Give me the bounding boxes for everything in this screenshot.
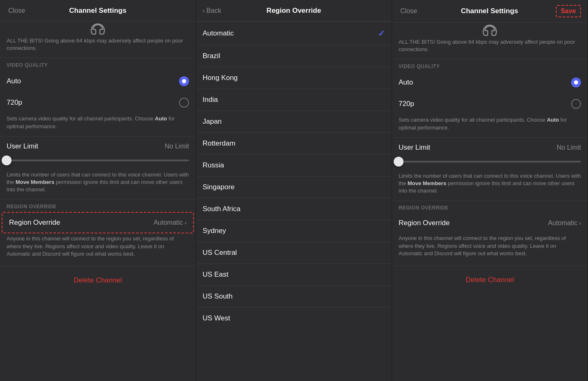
panel3-title: Channel Settings (423, 7, 556, 15)
panel1-user-limit-value: No Limit (165, 143, 189, 150)
panel1-user-limit-row: User Limit No Limit (0, 136, 196, 153)
panel3-user-limit-row: User Limit No Limit (392, 138, 588, 154)
panel1-region-label: Region Override (9, 219, 60, 227)
panel3-auto-option[interactable]: Auto (392, 72, 588, 93)
panel3-region-value: Automatic (548, 219, 577, 227)
region-list-item[interactable]: Sydney (196, 220, 392, 242)
panel1-delete-button[interactable]: Delete Channel (0, 270, 196, 291)
region-item-name: Hong Kong (203, 74, 238, 82)
panel3-user-limit-value: No Limit (557, 144, 581, 151)
panel3-header-left: Close (399, 7, 423, 16)
panel1-720p-option[interactable]: 720p (0, 92, 196, 113)
panel1-slider-thumb[interactable] (2, 155, 12, 165)
back-chevron-icon: ‹ (203, 7, 205, 14)
back-label: Back (206, 7, 221, 14)
region-list-item[interactable]: Brazil (196, 45, 392, 67)
region-list-item[interactable]: US West (196, 308, 392, 329)
region-item-name: Russia (203, 161, 224, 169)
panel2-content: Automatic✓BrazilHong KongIndiaJapanRotte… (196, 21, 392, 381)
region-item-name: Automatic (203, 29, 234, 38)
panel1-title: Channel Settings (31, 7, 164, 15)
region-list-item[interactable]: US Central (196, 242, 392, 264)
region-item-name: US South (203, 292, 233, 301)
panel1-auto-option[interactable]: Auto (0, 71, 196, 92)
panel2-title: Region Override (227, 7, 360, 15)
close-button-1[interactable]: Close (7, 6, 27, 15)
panel3-bits-desc: ALL THE BITS! Going above 64 kbps may ad… (392, 36, 588, 59)
panel3-header-right: Save (556, 5, 581, 17)
panel1-bits-desc: ALL THE BITS! Going above 64 kbps may ad… (0, 35, 196, 58)
region-list-item[interactable]: US East (196, 264, 392, 286)
panel1-region-desc: Anyone in this channel will connect to t… (0, 233, 196, 266)
region-list-item[interactable]: Hong Kong (196, 67, 392, 89)
panel1-content: ALL THE BITS! Going above 64 kbps may ad… (0, 21, 196, 381)
region-item-name: India (203, 96, 218, 104)
panel1-icon-area (0, 21, 196, 35)
panel3-region-section: REGION OVERRIDE (392, 201, 588, 213)
panel3-icon-area (392, 23, 588, 36)
close-button-3[interactable]: Close (399, 7, 419, 16)
panel1-quality-desc: Sets camera video quality for all channe… (0, 113, 196, 136)
panel3-region-desc: Anyone in this channel will connect to t… (392, 233, 588, 266)
panel3-720p-option[interactable]: 720p (392, 93, 588, 115)
panel1-user-limit-label: User Limit (7, 142, 38, 151)
region-item-name: Singapore (203, 183, 235, 191)
region-list: Automatic✓BrazilHong KongIndiaJapanRotte… (196, 22, 392, 329)
region-item-name: US West (203, 314, 230, 322)
panel1-header: Close Channel Settings (0, 0, 196, 21)
panel3-auto-label: Auto (399, 78, 413, 87)
region-list-item[interactable]: Japan (196, 111, 392, 133)
panel-region-override: ‹ Back Region Override Automatic✓BrazilH… (196, 0, 392, 381)
panel1-720p-label: 720p (7, 99, 22, 107)
panel3-quality-desc: Sets camera video quality for all channe… (392, 115, 588, 137)
region-list-item[interactable]: Rotterdam (196, 133, 392, 155)
panel3-slider-thumb[interactable] (394, 157, 404, 167)
region-item-name: US Central (203, 249, 237, 257)
speaker-icon (90, 25, 106, 33)
panel1-header-left: Close (7, 6, 31, 15)
panel3-region-label: Region Override (399, 219, 450, 227)
region-list-item[interactable]: Automatic✓ (196, 22, 392, 45)
panel1-region-value: Automatic (153, 219, 183, 226)
panel3-delete-button[interactable]: Delete Channel (392, 269, 588, 291)
panel2-header-left: ‹ Back (203, 7, 227, 14)
panel3-limit-desc: Limits the number of users that can conn… (392, 171, 588, 201)
panel3-720p-radio[interactable] (571, 99, 581, 109)
panel1-720p-radio[interactable] (179, 98, 189, 108)
panel3-region-row[interactable]: Region Override Automatic › (392, 213, 588, 233)
panel-channel-settings-1: Close Channel Settings ALL THE BITS! Goi… (0, 0, 196, 381)
panel3-video-section: VIDEO QUALITY (392, 59, 588, 72)
panel1-video-section: VIDEO QUALITY (0, 58, 196, 71)
save-button[interactable]: Save (556, 5, 581, 17)
panel3-content: ALL THE BITS! Going above 64 kbps may ad… (392, 23, 588, 381)
region-item-name: Sydney (203, 227, 226, 235)
panel3-footer: Delete Channel (392, 266, 588, 294)
panel3-header: Close Channel Settings Save (392, 0, 588, 23)
region-item-name: US East (203, 270, 228, 279)
panel1-chevron-icon: › (184, 219, 187, 226)
panel3-chevron-icon: › (579, 220, 581, 226)
panel1-auto-label: Auto (7, 77, 21, 85)
region-item-name: Rotterdam (203, 139, 235, 148)
back-button[interactable]: ‹ Back (203, 7, 221, 14)
panel3-auto-radio[interactable] (571, 78, 581, 87)
region-item-name: Japan (203, 118, 222, 126)
region-list-item[interactable]: South Africa (196, 198, 392, 220)
panel1-region-row[interactable]: Region Override Automatic › (2, 212, 194, 233)
panel1-auto-radio[interactable] (179, 76, 189, 86)
panel2-header: ‹ Back Region Override (196, 0, 392, 21)
region-item-name: Brazil (203, 52, 220, 60)
panel3-user-limit-label: User Limit (399, 143, 430, 152)
panel-channel-settings-3: Close Channel Settings Save ALL THE BITS… (392, 0, 588, 381)
region-list-item[interactable]: India (196, 89, 392, 111)
region-item-name: South Africa (203, 205, 241, 213)
region-list-item[interactable]: US South (196, 286, 392, 308)
panel1-slider-track[interactable] (7, 160, 189, 161)
region-list-item[interactable]: Singapore (196, 176, 392, 198)
panel3-720p-label: 720p (399, 100, 414, 108)
panel3-slider-track[interactable] (399, 161, 581, 162)
panel1-footer: Delete Channel (0, 266, 196, 294)
region-list-item[interactable]: Russia (196, 155, 392, 176)
panel1-region-section: REGION OVERRIDE (0, 200, 196, 212)
panel3-slider-container (392, 154, 588, 171)
